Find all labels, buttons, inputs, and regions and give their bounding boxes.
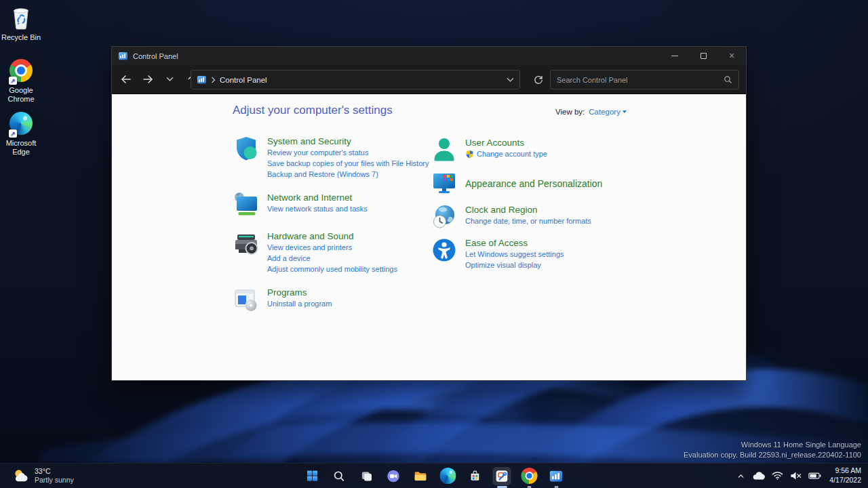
address-dropdown-chevron[interactable] — [507, 77, 514, 83]
windows-start-icon — [305, 469, 319, 483]
caret-down-icon — [623, 110, 627, 113]
navigation-toolbar: Control Panel — [112, 65, 746, 94]
control-panel-content: Adjust your computer's settings View by:… — [112, 94, 746, 380]
appearance-and-personalization-icon[interactable] — [431, 169, 458, 197]
desktop-icon-microsoft-edge[interactable]: ↗ Microsoft Edge — [0, 110, 47, 157]
partly-sunny-icon — [12, 468, 29, 485]
category-task-link[interactable]: Optimize visual display — [465, 260, 564, 270]
category-title-link[interactable]: Clock and Region — [465, 204, 591, 216]
edge-icon: ↗ — [8, 110, 34, 137]
category-clock-and-region: Clock and Region Change date, time, or n… — [431, 203, 634, 230]
clock-and-region-icon[interactable] — [431, 203, 458, 230]
edge-button[interactable] — [439, 467, 457, 485]
recent-locations-chevron[interactable] — [161, 70, 178, 88]
control-panel-tools-button-active[interactable] — [493, 467, 511, 485]
address-bar[interactable]: Control Panel — [191, 70, 520, 89]
search-input[interactable] — [557, 76, 724, 84]
uac-shield-icon — [465, 150, 474, 159]
minimize-button[interactable] — [660, 47, 689, 65]
chrome-icon — [521, 468, 537, 484]
category-appearance-and-personalization: Appearance and Personalization — [431, 169, 634, 197]
category-title-link[interactable]: Programs — [267, 287, 332, 298]
chrome-icon: ↗ — [8, 57, 34, 84]
admin-tools-icon — [495, 469, 509, 483]
search-box[interactable] — [550, 70, 739, 89]
desktop-icon-google-chrome[interactable]: ↗ Google Chrome — [0, 57, 47, 104]
category-task-link[interactable]: View network status and tasks — [267, 204, 368, 214]
system-and-security-icon[interactable] — [233, 135, 260, 162]
watermark-line2: Evaluation copy. Build 22593.ni_release.… — [684, 450, 861, 460]
taskbar-search-button[interactable] — [330, 467, 349, 485]
control-panel-button[interactable] — [547, 467, 566, 485]
control-panel-icon — [549, 469, 564, 483]
category-task-link[interactable]: Uninstall a program — [267, 299, 332, 309]
edge-icon — [439, 468, 456, 484]
category-task-link[interactable]: Add a device — [267, 253, 397, 264]
category-task-link[interactable]: Adjust commonly used mobility settings — [267, 264, 397, 274]
hidden-icons-chevron[interactable] — [736, 472, 745, 481]
weather-widget[interactable]: 33°C Partly sunny — [7, 464, 79, 488]
weather-condition: Partly sunny — [35, 476, 74, 485]
page-title: Adjust your computer's settings — [233, 104, 393, 117]
view-by-dropdown[interactable]: Category — [589, 108, 627, 116]
category-task-link[interactable]: Let Windows suggest settings — [465, 249, 564, 260]
start-button[interactable] — [303, 467, 321, 485]
taskbar-center-icons — [303, 464, 566, 488]
taskbar: 33°C Partly sunny — [0, 463, 868, 488]
chat-button[interactable] — [384, 467, 403, 485]
hardware-and-sound-icon[interactable] — [233, 230, 260, 257]
running-app-indicator — [554, 486, 558, 488]
category-title-link[interactable]: Hardware and Sound — [267, 230, 397, 242]
active-app-indicator — [497, 486, 507, 488]
category-task-link[interactable]: View devices and printers — [267, 243, 397, 253]
category-title-link[interactable]: Network and Internet — [267, 192, 368, 203]
category-network-and-internet: Network and Internet View network status… — [233, 191, 436, 218]
view-by-control: View by: Category — [555, 108, 627, 116]
control-panel-breadcrumb-icon — [197, 75, 207, 85]
battery-icon[interactable] — [808, 472, 821, 480]
weather-temperature: 33°C — [35, 467, 74, 476]
control-panel-app-icon — [118, 51, 128, 61]
wifi-icon[interactable] — [772, 471, 783, 481]
windows-evaluation-watermark: Windows 11 Home Single Language Evaluati… — [684, 440, 861, 460]
chrome-button[interactable] — [520, 467, 538, 485]
watermark-line1: Windows 11 Home Single Language — [684, 440, 861, 449]
onedrive-cloud-icon[interactable] — [752, 471, 765, 481]
category-user-accounts: User Accounts Change account type — [431, 136, 634, 163]
desktop-icon-recycle-bin[interactable]: Recycle Bin — [0, 4, 47, 42]
user-accounts-icon[interactable] — [431, 136, 458, 163]
clock[interactable]: 9:56 AM 4/17/2022 — [828, 466, 861, 485]
task-view-icon — [359, 469, 373, 483]
forward-button[interactable] — [139, 70, 157, 88]
window-titlebar[interactable]: Control Panel ✕ — [112, 47, 746, 65]
programs-icon[interactable] — [233, 286, 260, 313]
category-system-and-security: System and Security Review your computer… — [233, 135, 436, 180]
category-title-link[interactable]: System and Security — [267, 136, 429, 147]
back-button[interactable] — [117, 70, 135, 88]
category-task-link[interactable]: Change date, time, or number formats — [465, 216, 591, 226]
microsoft-store-button[interactable] — [466, 467, 484, 485]
categories-right-column: User Accounts Change account type — [431, 136, 634, 270]
category-hardware-and-sound: Hardware and Sound View devices and prin… — [233, 230, 436, 274]
volume-muted-icon[interactable] — [790, 471, 802, 481]
file-explorer-icon — [414, 469, 428, 483]
desktop-icon-label: Microsoft Edge — [0, 139, 45, 157]
category-title-link[interactable]: Appearance and Personalization — [465, 170, 602, 197]
close-button[interactable]: ✕ — [717, 47, 746, 65]
network-and-internet-icon[interactable] — [233, 191, 260, 218]
category-title-link[interactable]: User Accounts — [465, 137, 547, 148]
breadcrumb-item[interactable]: Control Panel — [220, 76, 267, 84]
category-task-link[interactable]: Review your computer's status — [267, 148, 429, 158]
category-title-link[interactable]: Ease of Access — [465, 237, 564, 249]
maximize-button[interactable] — [689, 47, 717, 65]
category-task-link[interactable]: Save backup copies of your files with Fi… — [267, 159, 429, 169]
task-view-button[interactable] — [357, 467, 376, 485]
category-task-link[interactable]: Change account type — [465, 149, 547, 159]
shortcut-arrow-icon: ↗ — [9, 129, 17, 138]
category-task-link[interactable]: Backup and Restore (Windows 7) — [267, 169, 429, 180]
refresh-button[interactable] — [528, 70, 549, 89]
control-panel-window: Control Panel ✕ — [111, 46, 747, 381]
file-explorer-button[interactable] — [412, 467, 430, 485]
search-icon[interactable] — [724, 75, 732, 84]
ease-of-access-icon[interactable] — [431, 237, 458, 264]
